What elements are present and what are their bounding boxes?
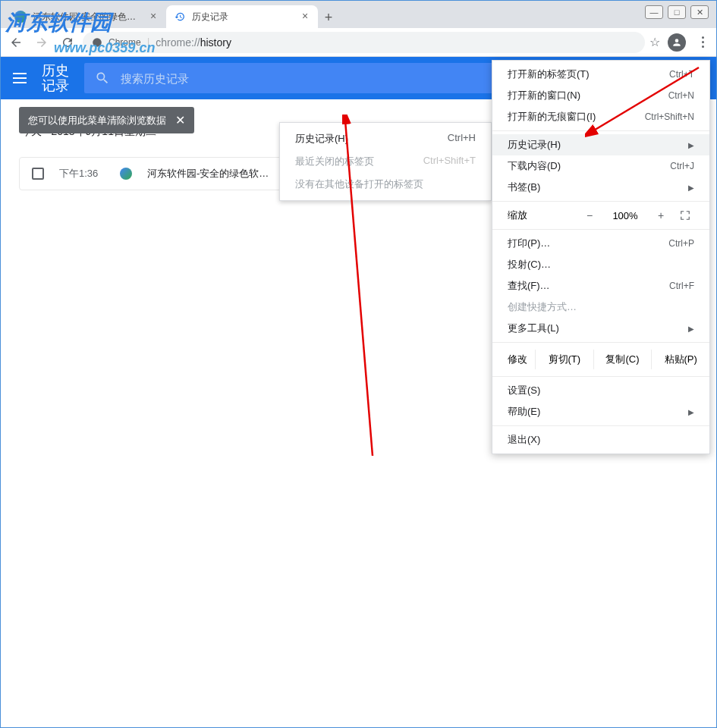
site-favicon-icon	[120, 168, 132, 180]
tab-close-icon[interactable]: ×	[148, 11, 159, 22]
menu-new-window[interactable]: 打开新的窗口(N)Ctrl+N	[492, 85, 709, 106]
history-submenu: 历史记录(H) Ctrl+H 最近关闭的标签页 Ctrl+Shift+T 没有在…	[279, 122, 492, 201]
svg-point-0	[93, 38, 102, 47]
menu-find[interactable]: 查找(F)…Ctrl+F	[492, 275, 709, 297]
profile-avatar-icon[interactable]	[668, 33, 686, 52]
chrome-icon	[92, 37, 102, 48]
url-scheme: Chrome	[108, 37, 141, 48]
submenu-history[interactable]: 历史记录(H) Ctrl+H	[280, 127, 491, 150]
chevron-right-icon: ▶	[688, 184, 694, 192]
window-controls: — □ ✕	[645, 5, 709, 19]
tab-2[interactable]: 历史记录 ×	[166, 5, 318, 28]
favicon-icon	[14, 11, 27, 23]
page-title: 历史记录	[42, 63, 69, 93]
clear-data-tooltip: 您可以使用此菜单清除浏览数据 ✕	[19, 107, 194, 133]
tab-strip: 河东软件园-安全的绿色软件下载 × 历史记录 × +	[1, 1, 716, 28]
tooltip-close-icon[interactable]: ✕	[175, 113, 185, 127]
menu-bookmarks[interactable]: 书签(B)▶	[492, 177, 709, 198]
menu-help[interactable]: 帮助(E)▶	[492, 401, 709, 422]
bookmark-star-icon[interactable]: ☆	[649, 35, 660, 49]
forward-button[interactable]	[31, 32, 52, 53]
minimize-button[interactable]: —	[645, 5, 663, 19]
menu-downloads[interactable]: 下载内容(D)Ctrl+J	[492, 155, 709, 177]
hamburger-menu-icon[interactable]	[13, 73, 27, 83]
toolbar: Chrome | chrome://history ☆	[1, 28, 716, 57]
menu-incognito[interactable]: 打开新的无痕窗口(I)Ctrl+Shift+N	[492, 106, 709, 127]
submenu-other-devices: 没有在其他设备打开的标签页	[280, 173, 491, 196]
menu-cast[interactable]: 投射(C)…	[492, 254, 709, 275]
row-checkbox[interactable]	[32, 168, 44, 180]
zoom-in-button[interactable]: +	[650, 209, 671, 221]
close-button[interactable]: ✕	[690, 5, 709, 19]
tab-title: 历史记录	[192, 11, 294, 24]
chevron-right-icon: ▶	[688, 408, 694, 416]
menu-zoom: 缩放 − 100% +	[492, 205, 709, 226]
menu-copy[interactable]: 复制(C)	[593, 350, 652, 369]
menu-print[interactable]: 打印(P)…Ctrl+P	[492, 233, 709, 254]
menu-settings[interactable]: 设置(S)	[492, 380, 709, 401]
chevron-right-icon: ▶	[688, 141, 694, 149]
menu-edit-row: 修改 剪切(T) 复制(C) 粘贴(P)	[492, 346, 709, 373]
maximize-button[interactable]: □	[668, 5, 686, 19]
kebab-menu-icon[interactable]	[693, 33, 712, 52]
menu-paste[interactable]: 粘贴(P)	[651, 350, 709, 369]
tab-1[interactable]: 河东软件园-安全的绿色软件下载 ×	[7, 5, 166, 28]
zoom-level: 100%	[608, 210, 643, 221]
fullscreen-icon[interactable]	[679, 210, 694, 221]
zoom-out-button[interactable]: −	[579, 209, 600, 221]
tab-close-icon[interactable]: ×	[300, 11, 310, 22]
row-title: 河东软件园-安全的绿色软…	[147, 167, 269, 180]
search-icon	[95, 71, 110, 86]
row-time: 下午1:36	[59, 167, 105, 180]
menu-history[interactable]: 历史记录(H)▶	[492, 134, 709, 155]
tab-title: 河东软件园-安全的绿色软件下载	[33, 11, 142, 24]
history-favicon-icon	[174, 11, 186, 23]
menu-create-shortcut: 创建快捷方式…	[492, 297, 709, 318]
menu-more-tools[interactable]: 更多工具(L)▶	[492, 318, 709, 339]
back-button[interactable]	[5, 32, 27, 53]
chrome-main-menu: 打开新的标签页(T)Ctrl+T 打开新的窗口(N)Ctrl+N 打开新的无痕窗…	[492, 60, 710, 454]
submenu-recent-tabs: 最近关闭的标签页 Ctrl+Shift+T	[280, 150, 491, 173]
new-tab-button[interactable]: +	[318, 7, 339, 28]
menu-exit[interactable]: 退出(X)	[492, 429, 709, 450]
address-bar[interactable]: Chrome | chrome://history	[83, 32, 645, 53]
menu-new-tab[interactable]: 打开新的标签页(T)Ctrl+T	[492, 64, 709, 85]
menu-cut[interactable]: 剪切(T)	[535, 350, 593, 369]
reload-button[interactable]	[57, 32, 78, 53]
chevron-right-icon: ▶	[688, 325, 694, 333]
